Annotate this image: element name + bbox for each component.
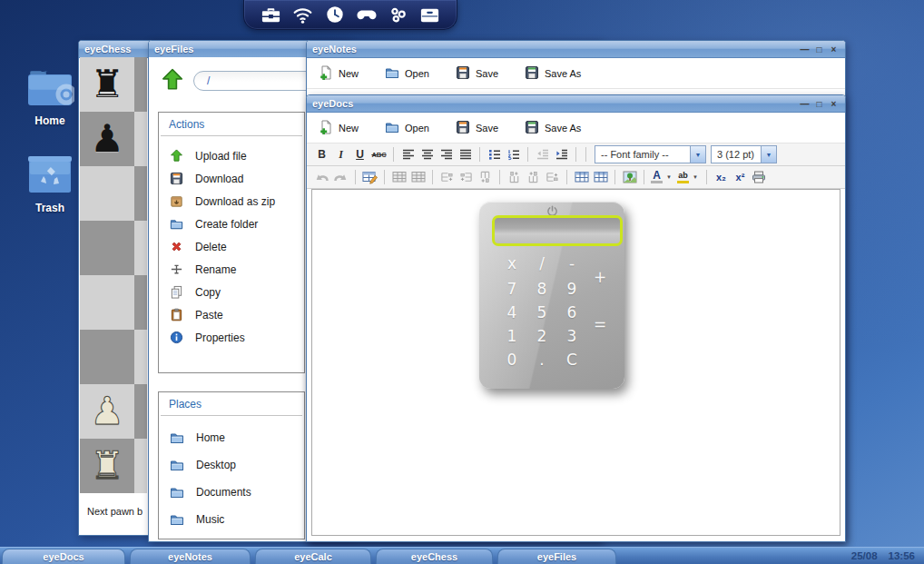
close-icon[interactable]: ×: [828, 44, 840, 55]
calc-key-8[interactable]: 8: [532, 280, 552, 298]
close-icon[interactable]: ×: [828, 98, 840, 110]
print-icon[interactable]: [751, 169, 768, 186]
open-button[interactable]: Open: [385, 65, 429, 82]
subscript-button[interactable]: x₂: [713, 169, 730, 186]
align-center-icon[interactable]: [418, 146, 436, 163]
align-left-icon[interactable]: [399, 146, 417, 163]
insert-row-before-icon[interactable]: [438, 169, 456, 186]
drawer-icon[interactable]: [418, 3, 442, 26]
place-music[interactable]: Music: [159, 506, 304, 533]
calc-key-equals[interactable]: =: [590, 315, 610, 333]
font-size-select[interactable]: 3 (12 pt) ▼: [711, 145, 777, 163]
bold-button[interactable]: B: [313, 146, 330, 163]
chevron-down-icon[interactable]: ▼: [761, 146, 776, 163]
save-as-button[interactable]: Save As: [525, 65, 581, 82]
bullet-list-icon[interactable]: [486, 146, 503, 163]
eyedocs-titlebar[interactable]: eyeDocs — □ ×: [307, 95, 845, 113]
table-properties-icon[interactable]: [592, 169, 609, 186]
calc-key-divide[interactable]: /: [532, 254, 552, 272]
action-copy[interactable]: Copy: [159, 281, 304, 303]
calc-key-3[interactable]: 3: [562, 327, 582, 345]
calc-key-9[interactable]: 9: [562, 280, 582, 298]
insert-col-after-icon[interactable]: [525, 169, 542, 186]
insert-table-icon[interactable]: [573, 169, 590, 186]
italic-button[interactable]: I: [332, 146, 349, 163]
insert-image-icon[interactable]: [621, 169, 638, 186]
calc-key-1[interactable]: 1: [502, 327, 522, 345]
chevron-down-icon[interactable]: ▼: [693, 174, 698, 180]
align-justify-icon[interactable]: [457, 146, 474, 163]
highlight-color-icon[interactable]: ab: [677, 171, 689, 183]
calc-key-7[interactable]: 7: [502, 280, 522, 298]
calc-key-decimal[interactable]: .: [532, 351, 552, 369]
place-desktop[interactable]: Desktop: [159, 451, 304, 479]
split-cells-icon[interactable]: [409, 169, 427, 186]
chess-square[interactable]: [80, 166, 134, 221]
up-arrow-icon[interactable]: [161, 68, 184, 95]
wifi-icon[interactable]: [291, 3, 315, 26]
edit-table-icon[interactable]: [361, 169, 378, 186]
action-properties[interactable]: Properties: [159, 326, 304, 349]
chess-square[interactable]: ♜: [80, 57, 134, 112]
save-as-button[interactable]: Save As: [525, 120, 581, 136]
chess-square[interactable]: [80, 221, 134, 275]
action-delete[interactable]: Delete: [159, 235, 304, 258]
delete-col-icon[interactable]: [544, 169, 561, 186]
services-icon[interactable]: [387, 3, 410, 26]
chess-square[interactable]: [80, 330, 134, 384]
taskbar-button-eyenotes[interactable]: eyeNotes: [130, 549, 251, 564]
chess-square[interactable]: ♟: [80, 112, 134, 166]
maximize-icon[interactable]: □: [813, 44, 825, 55]
save-button[interactable]: Save: [456, 65, 498, 82]
place-home[interactable]: Home: [159, 424, 304, 451]
desktop-icon-home[interactable]: Home: [15, 67, 84, 127]
chess-square[interactable]: ♟: [80, 384, 134, 439]
outdent-icon[interactable]: [534, 146, 551, 163]
align-right-icon[interactable]: [437, 146, 455, 163]
action-upload-file[interactable]: Upload file: [159, 144, 304, 167]
save-button[interactable]: Save: [456, 120, 498, 136]
taskbar-button-eyechess[interactable]: eyeChess: [376, 549, 493, 564]
underline-button[interactable]: U: [351, 146, 369, 163]
calc-key-4[interactable]: 4: [502, 303, 522, 322]
action-paste[interactable]: Paste: [159, 303, 304, 326]
action-rename[interactable]: Rename: [159, 258, 304, 281]
numbered-list-icon[interactable]: [505, 146, 522, 163]
undo-icon[interactable]: [313, 169, 330, 186]
chevron-down-icon[interactable]: ▼: [666, 174, 672, 180]
clock-icon[interactable]: [323, 3, 347, 26]
taskbar-button-eyecalc[interactable]: eyeCalc: [255, 549, 371, 564]
taskbar-button-eyedocs[interactable]: eyeDocs: [2, 549, 125, 564]
chess-square[interactable]: [80, 275, 134, 330]
minimize-icon[interactable]: —: [799, 44, 811, 55]
open-button[interactable]: Open: [385, 120, 429, 136]
taskbar-button-eyefiles[interactable]: eyeFiles: [497, 549, 616, 564]
calc-key-multiply[interactable]: x: [502, 254, 522, 272]
font-color-icon[interactable]: A: [651, 171, 663, 183]
calc-key-5[interactable]: 5: [532, 303, 552, 322]
action-download-zip[interactable]: Download as zip: [159, 190, 304, 213]
calc-key-clear[interactable]: C: [562, 351, 582, 369]
calc-key-2[interactable]: 2: [532, 327, 552, 345]
indent-icon[interactable]: [553, 146, 570, 163]
calc-key-6[interactable]: 6: [562, 303, 582, 322]
gamepad-icon[interactable]: [355, 3, 378, 26]
calc-key-plus[interactable]: +: [590, 268, 610, 286]
minimize-icon[interactable]: —: [799, 98, 811, 110]
superscript-button[interactable]: x²: [732, 169, 749, 186]
font-family-select[interactable]: -- Font family -- ▼: [595, 145, 706, 163]
merge-cells-icon[interactable]: [390, 169, 408, 186]
calc-key-0[interactable]: 0: [502, 351, 522, 369]
insert-col-before-icon[interactable]: [506, 169, 523, 186]
desktop-icon-trash[interactable]: Trash: [15, 154, 84, 214]
action-create-folder[interactable]: Create folder: [159, 213, 304, 235]
briefcase-icon[interactable]: [260, 3, 283, 26]
new-button[interactable]: New: [319, 65, 359, 82]
calc-key-minus[interactable]: -: [562, 254, 582, 272]
strikethrough-button[interactable]: ABC: [370, 146, 388, 163]
chess-square[interactable]: ♜: [80, 439, 134, 493]
redo-icon[interactable]: [332, 169, 349, 186]
eyenotes-titlebar[interactable]: eyeNotes — □ ×: [307, 41, 845, 58]
chevron-down-icon[interactable]: ▼: [690, 146, 705, 163]
new-button[interactable]: New: [319, 120, 359, 136]
